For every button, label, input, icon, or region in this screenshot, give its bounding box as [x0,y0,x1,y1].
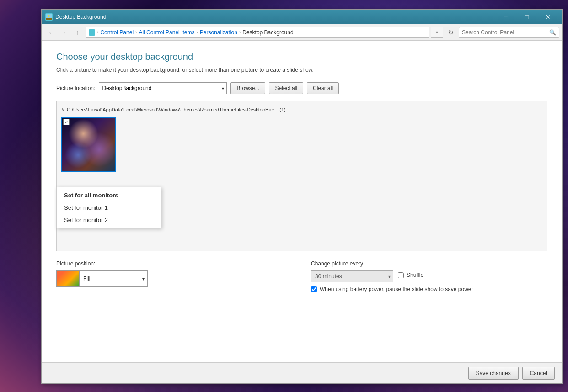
breadcrumb-personalization[interactable]: Personalization [200,29,237,36]
picture-location-label: Picture location: [56,85,95,91]
clear-all-button[interactable]: Clear all [307,82,339,94]
bottom-section: Picture position: Fill Fit Stretch Tile … [56,260,547,295]
back-button[interactable]: ‹ [44,26,56,38]
folder-path: C:\Users\Faisal\AppData\Local\Microsoft\… [67,107,286,112]
image-thumb-inner [62,118,115,171]
position-section: Picture position: Fill Fit Stretch Tile … [56,260,293,295]
breadcrumb-control-panel[interactable]: Control Panel [100,29,134,36]
content-area: Choose your desktop background Click a p… [42,41,562,362]
interval-select-wrapper: 30 minutes 1 minute 10 minutes 1 hour 6 … [311,270,393,282]
close-button[interactable]: ✕ [537,10,558,24]
shuffle-row: Shuffle [398,272,423,278]
svg-rect-1 [46,18,52,20]
svg-point-2 [48,15,50,17]
folder-toggle[interactable]: ∨ [61,106,65,112]
interval-select[interactable]: 30 minutes 1 minute 10 minutes 1 hour 6 … [311,270,393,282]
nebula-image [62,118,115,171]
footer: Save changes Cancel [42,362,562,383]
minimize-button[interactable]: − [495,10,516,24]
change-every-label: Change picture every: [311,260,547,267]
search-input[interactable] [462,29,547,36]
window-icon [45,13,53,21]
set-monitor-1-item[interactable]: Set for monitor 1 [57,201,161,214]
sep4: › [239,30,241,35]
slideshow-section: Change picture every: 30 minutes 1 minut… [311,260,547,295]
position-select[interactable]: Fill Fit Stretch Tile Center Span [80,271,147,286]
set-monitor-2-item[interactable]: Set for monitor 2 [57,214,161,226]
sep1: › [97,30,98,35]
folder-header: ∨ C:\Users\Faisal\AppData\Local\Microsof… [61,106,542,113]
address-dropdown[interactable]: ▾ [431,27,443,38]
maximize-button[interactable]: □ [516,10,537,24]
shuffle-label: Shuffle [407,272,423,278]
change-every-row: 30 minutes 1 minute 10 minutes 1 hour 6 … [311,270,547,282]
breadcrumb-icon [89,29,95,36]
image-container: ∨ C:\Users\Faisal\AppData\Local\Microsof… [56,101,547,251]
refresh-button[interactable]: ↻ [445,26,457,38]
select-all-button[interactable]: Select all [269,82,303,94]
up-button[interactable]: ↑ [72,26,84,38]
position-preview [57,271,80,286]
window-controls: − □ ✕ [495,10,558,24]
window-title: Desktop Background [55,14,495,20]
page-title: Choose your desktop background [56,52,547,62]
folder-group: ∨ C:\Users\Faisal\AppData\Local\Microsof… [61,106,542,172]
save-changes-button[interactable]: Save changes [468,367,519,380]
page-subtitle: Click a picture to make it your desktop … [56,67,547,73]
battery-checkbox[interactable] [311,286,317,292]
controls-row: Picture location: DesktopBackground Brow… [56,82,547,94]
browse-button[interactable]: Browse... [230,82,265,94]
cancel-button[interactable]: Cancel [522,367,555,380]
sep2: › [135,30,137,35]
position-select-wrapper: Fill Fit Stretch Tile Center Span [80,271,147,286]
sep3: › [196,30,198,35]
search-box: 🔍 [459,27,559,38]
context-menu: Set for all monitors Set for monitor 1 S… [56,187,161,228]
image-thumbnail-1[interactable]: ✓ [61,117,116,172]
breadcrumb-bar: › Control Panel › All Control Panel Item… [86,27,429,38]
position-control: Fill Fit Stretch Tile Center Span [56,270,148,287]
search-icon: 🔍 [549,29,556,36]
main-window: Desktop Background − □ ✕ ‹ › ↑ › Control… [41,9,563,384]
battery-row: When using battery power, pause the slid… [311,286,547,292]
picture-location-select[interactable]: DesktopBackground [99,82,227,94]
shuffle-checkbox[interactable] [398,272,404,278]
position-label: Picture position: [56,260,293,267]
image-grid: ✓ [61,117,542,172]
address-bar: ‹ › ↑ › Control Panel › All Control Pane… [42,24,562,41]
forward-button[interactable]: › [58,26,70,38]
thumb-checkbox[interactable]: ✓ [63,119,70,125]
set-all-monitors-item[interactable]: Set for all monitors [57,189,161,201]
battery-label: When using battery power, pause the slid… [320,286,473,292]
title-bar: Desktop Background − □ ✕ [42,10,562,24]
breadcrumb-all-items[interactable]: All Control Panel Items [139,29,194,36]
picture-location-wrapper: DesktopBackground [99,82,227,94]
breadcrumb-current: Desktop Background [242,29,293,36]
